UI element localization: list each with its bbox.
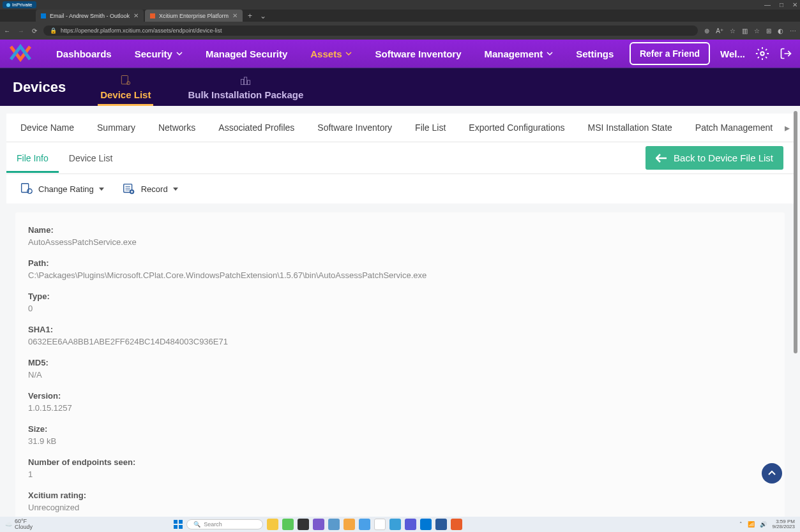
nav-security[interactable]: Security [123, 40, 194, 68]
minimize-icon[interactable]: — [764, 1, 771, 8]
logout-icon[interactable] [780, 47, 792, 60]
taskbar-app-terminal[interactable] [298, 519, 309, 530]
back-to-file-list-button[interactable]: Back to Device File List [645, 146, 783, 170]
field-md5: MD5: N/A [28, 358, 772, 380]
record-button[interactable]: Record [122, 182, 178, 196]
caret-down-icon [173, 188, 178, 191]
subtab-bulk-install[interactable]: Bulk Installation Package [185, 68, 306, 106]
taskbar-clock[interactable]: 3:59 PM 9/28/2023 [772, 519, 795, 529]
nav-managed-security[interactable]: Managed Security [194, 40, 299, 68]
browser-tab-xcitium[interactable]: Xcitium Enterprise Platform ✕ [145, 10, 243, 22]
field-value: 1 [28, 469, 772, 479]
change-rating-button[interactable]: Change Rating [19, 182, 104, 196]
scroll-to-top-button[interactable] [762, 463, 782, 484]
taskbar-weather[interactable]: ☁️ 60°F Cloudy [0, 519, 38, 530]
chevron-down-icon [345, 50, 352, 57]
field-path: Path: C:\Packages\Plugins\Microsoft.CPla… [28, 258, 772, 280]
field-type: Type: 0 [28, 292, 772, 313]
info-tab-file-info[interactable]: File Info [17, 144, 49, 172]
field-label: Name: [28, 225, 772, 235]
taskbar-app-chrome[interactable] [374, 519, 386, 530]
tab-close-icon[interactable]: ✕ [133, 12, 139, 19]
xcitium-logo[interactable] [8, 43, 33, 64]
read-aloud-icon[interactable]: A⁺ [716, 27, 723, 34]
svg-rect-16 [174, 525, 177, 529]
zoom-icon[interactable]: ⊕ [704, 27, 709, 34]
field-label: Size: [28, 424, 772, 434]
taskbar-app-edge2[interactable] [389, 519, 401, 530]
content-scrollbar[interactable] [794, 106, 799, 532]
more-icon[interactable]: ⋯ [790, 27, 796, 34]
window-controls[interactable]: — □ ✕ [764, 1, 797, 8]
welcome-label[interactable]: Wel... [720, 48, 745, 59]
tray-chevron-icon[interactable]: ˄ [739, 521, 743, 528]
field-version: Version: 1.0.15.1257 [28, 391, 772, 413]
tab-software-inventory[interactable]: Software Inventory [306, 114, 404, 142]
tab-networks[interactable]: Networks [147, 114, 207, 142]
windows-start-icon[interactable] [174, 520, 183, 529]
taskbar-app-outlook[interactable] [420, 519, 432, 530]
refresh-icon[interactable]: ⟳ [32, 27, 37, 34]
tab-associated-profiles[interactable]: Associated Profiles [207, 114, 306, 142]
lock-icon: 🔒 [50, 27, 57, 34]
back-icon[interactable]: ← [4, 27, 10, 34]
actions-row: Change Rating Record [6, 174, 794, 203]
taskbar-app-store[interactable] [282, 519, 294, 530]
field-value: 1.0.15.1257 [28, 403, 772, 413]
tabs-scroll-right-icon[interactable]: ▸ [781, 114, 794, 142]
taskbar-search[interactable]: 🔍 Search [186, 519, 263, 529]
address-bar[interactable]: 🔒 https://openedr.platform.xcitium.com/a… [43, 26, 698, 36]
favorite-icon[interactable]: ☆ [730, 27, 736, 34]
tab-patch-management[interactable]: Patch Management [684, 114, 784, 142]
wifi-icon[interactable]: 📶 [748, 521, 755, 528]
tab-overflow-icon[interactable]: ⌄ [256, 10, 270, 22]
system-tray[interactable]: ˄ 📶 🔊 3:59 PM 9/28/2023 [734, 519, 800, 529]
field-value: 0 [28, 304, 772, 313]
search-icon: 🔍 [193, 521, 200, 528]
browser-tab-outlook[interactable]: Email - Andrew Smith - Outlook ✕ [36, 10, 144, 22]
caret-down-icon [99, 188, 104, 191]
volume-icon[interactable]: 🔊 [760, 521, 767, 528]
taskbar-app-settings[interactable] [328, 519, 340, 530]
svg-rect-5 [241, 79, 243, 84]
taskbar-app-edge[interactable] [359, 519, 370, 530]
field-label: Type: [28, 292, 772, 301]
nav-assets[interactable]: Assets [299, 40, 363, 68]
close-icon[interactable]: ✕ [792, 1, 797, 8]
field-size: Size: 31.9 kB [28, 424, 772, 446]
url-text: https://openedr.platform.xcitium.com/ass… [61, 27, 222, 34]
collections-icon[interactable]: ⊞ [766, 27, 771, 34]
chevron-down-icon [176, 50, 183, 57]
refer-friend-button[interactable]: Refer a Friend [630, 42, 710, 65]
tab-device-name[interactable]: Device Name [9, 114, 86, 142]
record-icon [122, 182, 136, 196]
taskbar-app-word[interactable] [435, 519, 447, 530]
profile-icon[interactable]: ◐ [778, 27, 783, 34]
tab-close-icon[interactable]: ✕ [232, 12, 238, 19]
taskbar-app-explorer[interactable] [267, 519, 278, 530]
nav-settings[interactable]: Settings [564, 40, 625, 68]
nav-software-inventory[interactable]: Software Inventory [363, 40, 472, 68]
svg-rect-6 [244, 77, 246, 85]
favorites-bar-icon[interactable]: ☆ [754, 27, 760, 34]
nav-dashboards[interactable]: Dashboards [45, 40, 123, 68]
tab-exported-config[interactable]: Exported Configurations [457, 114, 576, 142]
tab-summary[interactable]: Summary [86, 114, 147, 142]
field-endpoints: Number of endpoints seen: 1 [28, 457, 772, 479]
subtab-device-list[interactable]: Device List [98, 68, 153, 106]
svg-point-4 [126, 82, 130, 85]
taskbar-app-teams[interactable] [405, 519, 416, 530]
taskbar-app-chat[interactable] [313, 519, 324, 530]
new-tab-button[interactable]: + [244, 10, 256, 22]
tab-file-list[interactable]: File List [404, 114, 457, 142]
nav-management[interactable]: Management [473, 40, 565, 68]
taskbar-app-xcitium[interactable] [451, 519, 462, 530]
tab-msi-install[interactable]: MSI Installation State [577, 114, 684, 142]
inprivate-badge: InPrivate [3, 1, 36, 8]
info-tab-device-list[interactable]: Device List [69, 144, 112, 172]
split-icon[interactable]: ▥ [742, 27, 748, 34]
tab-label: Xcitium Enterprise Platform [159, 13, 229, 19]
gear-icon[interactable] [755, 47, 769, 61]
maximize-icon[interactable]: □ [780, 1, 783, 8]
taskbar-app-folder[interactable] [343, 519, 355, 530]
